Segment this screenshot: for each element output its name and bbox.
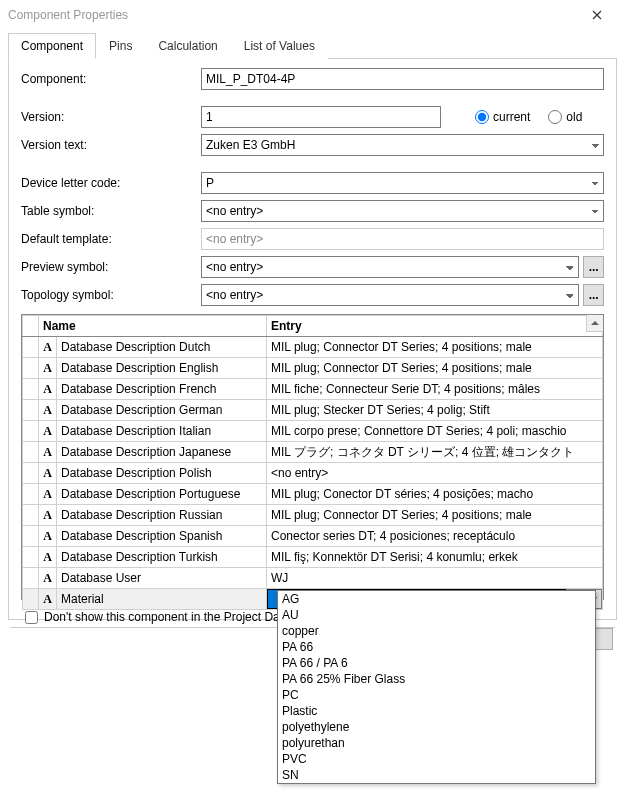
radio-current[interactable]: current bbox=[475, 110, 530, 124]
dont-show-checkbox[interactable] bbox=[25, 611, 38, 624]
row-name: Database Description French bbox=[57, 379, 267, 400]
tabstrip: Component Pins Calculation List of Value… bbox=[8, 32, 617, 59]
radio-old-input[interactable] bbox=[548, 110, 562, 124]
preview-symbol-select[interactable]: <no entry> bbox=[201, 256, 579, 278]
attribute-icon: A bbox=[39, 463, 57, 484]
row-entry[interactable]: MIL plug; Connector DT Series; 4 positio… bbox=[267, 505, 603, 526]
table-symbol-label: Table symbol: bbox=[21, 204, 201, 218]
row-entry[interactable]: MIL プラグ; コネクタ DT シリーズ; 4 位置; 雄コンタクト bbox=[267, 442, 603, 463]
attribute-icon: A bbox=[39, 505, 57, 526]
dropdown-option[interactable]: PVC bbox=[278, 751, 595, 767]
dropdown-option[interactable]: polyurethan bbox=[278, 735, 595, 751]
row-name: Database Description German bbox=[57, 400, 267, 421]
dropdown-option[interactable]: AU bbox=[278, 607, 595, 623]
attribute-icon: A bbox=[39, 337, 57, 358]
row-name: Database Description Dutch bbox=[57, 337, 267, 358]
tab-content: Component: Version: current old Version … bbox=[8, 58, 617, 620]
row-entry[interactable]: MIL plug; Stecker DT Series; 4 polig; St… bbox=[267, 400, 603, 421]
row-entry[interactable]: MIL corpo prese; Connettore DT Series; 4… bbox=[267, 421, 603, 442]
scroll-up-arrow[interactable] bbox=[586, 315, 603, 332]
table-symbol-select[interactable]: <no entry> bbox=[201, 200, 604, 222]
table-row[interactable]: ADatabase Description ItalianMIL corpo p… bbox=[23, 421, 603, 442]
component-field[interactable] bbox=[201, 68, 604, 90]
default-template-label: Default template: bbox=[21, 232, 201, 246]
dropdown-option[interactable]: PC bbox=[278, 687, 595, 703]
device-letter-select[interactable]: P bbox=[201, 172, 604, 194]
tab-component[interactable]: Component bbox=[8, 33, 96, 59]
table-row[interactable]: ADatabase Description DutchMIL plug; Con… bbox=[23, 337, 603, 358]
row-name: Database Description English bbox=[57, 358, 267, 379]
row-entry[interactable]: MIL fiş; Konnektör DT Serisi; 4 konumlu;… bbox=[267, 547, 603, 568]
row-entry[interactable]: MIL plug; Connector DT Series; 4 positio… bbox=[267, 358, 603, 379]
row-name: Material bbox=[57, 589, 267, 610]
row-entry[interactable]: MIL plug; Conector DT séries; 4 posições… bbox=[267, 484, 603, 505]
row-entry[interactable]: <no entry> bbox=[267, 463, 603, 484]
topology-symbol-select[interactable]: <no entry> bbox=[201, 284, 579, 306]
dropdown-option[interactable]: AG bbox=[278, 591, 595, 607]
grid-col-name[interactable]: Name bbox=[39, 316, 267, 337]
attribute-icon: A bbox=[39, 421, 57, 442]
radio-current-input[interactable] bbox=[475, 110, 489, 124]
attribute-icon: A bbox=[39, 589, 57, 610]
dropdown-option[interactable]: PA 66 / PA 6 bbox=[278, 655, 595, 671]
topology-symbol-label: Topology symbol: bbox=[21, 288, 201, 302]
radio-old[interactable]: old bbox=[548, 110, 582, 124]
attribute-icon: A bbox=[39, 442, 57, 463]
dont-show-label: Don't show this component in the Project… bbox=[44, 610, 296, 624]
row-entry[interactable]: MIL plug; Connector DT Series; 4 positio… bbox=[267, 337, 603, 358]
row-entry[interactable]: WJ bbox=[267, 568, 603, 589]
version-field[interactable] bbox=[201, 106, 441, 128]
version-text-label: Version text: bbox=[21, 138, 201, 152]
row-entry[interactable]: Conector series DT; 4 posiciones; recept… bbox=[267, 526, 603, 547]
tab-list-of-values[interactable]: List of Values bbox=[231, 33, 328, 59]
attributes-grid: Name Entry ADatabase Description DutchMI… bbox=[21, 314, 604, 600]
preview-symbol-label: Preview symbol: bbox=[21, 260, 201, 274]
table-row[interactable]: ADatabase Description FrenchMIL fiche; C… bbox=[23, 379, 603, 400]
row-name: Database Description Polish bbox=[57, 463, 267, 484]
row-name: Database Description Japanese bbox=[57, 442, 267, 463]
table-row[interactable]: ADatabase Description TurkishMIL fiş; Ko… bbox=[23, 547, 603, 568]
close-button[interactable] bbox=[577, 1, 617, 29]
row-entry[interactable]: MIL fiche; Connecteur Serie DT; 4 positi… bbox=[267, 379, 603, 400]
table-row[interactable]: ADatabase Description RussianMIL plug; C… bbox=[23, 505, 603, 526]
row-name: Database Description Spanish bbox=[57, 526, 267, 547]
dropdown-option[interactable]: PA 66 25% Fiber Glass bbox=[278, 671, 595, 687]
version-text-select[interactable]: Zuken E3 GmbH bbox=[201, 134, 604, 156]
titlebar: Component Properties bbox=[0, 0, 625, 30]
table-row[interactable]: ADatabase Description SpanishConector se… bbox=[23, 526, 603, 547]
default-template-field bbox=[201, 228, 604, 250]
dropdown-option[interactable]: PA 66 bbox=[278, 639, 595, 655]
table-row[interactable]: ADatabase UserWJ bbox=[23, 568, 603, 589]
dropdown-option[interactable]: polyethylene bbox=[278, 719, 595, 735]
device-letter-label: Device letter code: bbox=[21, 176, 201, 190]
attribute-icon: A bbox=[39, 400, 57, 421]
tab-pins[interactable]: Pins bbox=[96, 33, 145, 59]
table-row[interactable]: ADatabase Description JapaneseMIL プラグ; コ… bbox=[23, 442, 603, 463]
dropdown-option[interactable]: copper bbox=[278, 623, 595, 639]
attribute-icon: A bbox=[39, 547, 57, 568]
grid-col-entry[interactable]: Entry bbox=[267, 316, 603, 337]
row-name: Database Description Portuguese bbox=[57, 484, 267, 505]
dropdown-option[interactable]: Plastic bbox=[278, 703, 595, 719]
row-name: Database Description Russian bbox=[57, 505, 267, 526]
preview-symbol-browse-button[interactable]: ... bbox=[583, 256, 604, 278]
version-label: Version: bbox=[21, 110, 201, 124]
table-row[interactable]: ADatabase Description PortugueseMIL plug… bbox=[23, 484, 603, 505]
topology-symbol-browse-button[interactable]: ... bbox=[583, 284, 604, 306]
tab-calculation[interactable]: Calculation bbox=[145, 33, 230, 59]
partial-button[interactable] bbox=[595, 628, 613, 650]
attribute-icon: A bbox=[39, 358, 57, 379]
close-icon bbox=[592, 10, 602, 20]
material-dropdown[interactable]: AGAUcopperPA 66PA 66 / PA 6PA 66 25% Fib… bbox=[277, 590, 596, 784]
table-row[interactable]: ADatabase Description GermanMIL plug; St… bbox=[23, 400, 603, 421]
window-title: Component Properties bbox=[8, 8, 577, 22]
row-name: Database User bbox=[57, 568, 267, 589]
table-row[interactable]: ADatabase Description EnglishMIL plug; C… bbox=[23, 358, 603, 379]
attribute-icon: A bbox=[39, 379, 57, 400]
attribute-icon: A bbox=[39, 526, 57, 547]
attribute-icon: A bbox=[39, 484, 57, 505]
dropdown-option[interactable]: SN bbox=[278, 767, 595, 783]
attribute-icon: A bbox=[39, 568, 57, 589]
component-label: Component: bbox=[21, 72, 201, 86]
table-row[interactable]: ADatabase Description Polish<no entry> bbox=[23, 463, 603, 484]
